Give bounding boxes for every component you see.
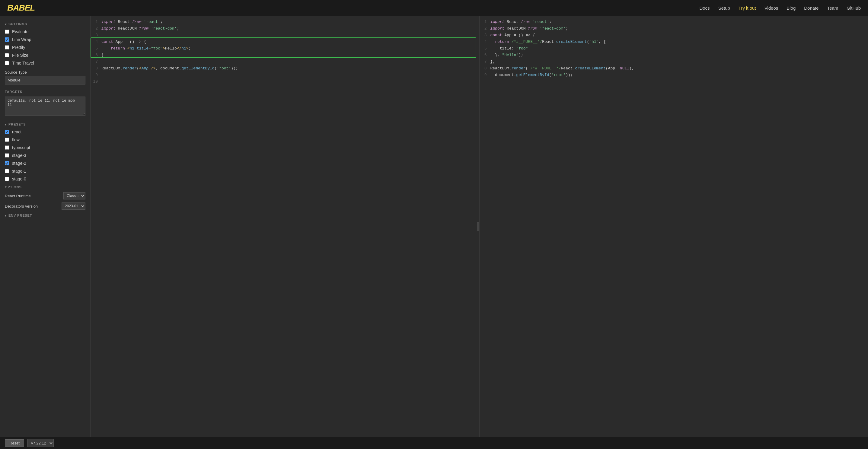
prettify-checkbox[interactable] — [5, 45, 9, 50]
preset-stage0-row[interactable]: stage-0 — [0, 175, 90, 183]
evaluate-label: Evaluate — [12, 29, 28, 34]
version-select[interactable]: v7.22.12 — [27, 439, 54, 447]
preset-stage2-row[interactable]: stage-2 — [0, 159, 90, 167]
preset-react-row[interactable]: react — [0, 128, 90, 136]
code-line: 5 title: "foo" — [479, 45, 868, 52]
decorators-version-select[interactable]: 2023-01 — [62, 202, 85, 210]
code-line: 4 return /*#__PURE__*/React.createElemen… — [479, 39, 868, 45]
react-runtime-row: React Runtime Classic — [0, 191, 90, 201]
file-size-label: File Size — [12, 53, 28, 58]
preset-flow-checkbox[interactable] — [5, 137, 9, 142]
main-layout: ▾ SETTINGS Evaluate Line Wrap Prettify F… — [0, 16, 868, 437]
preset-typescript-row[interactable]: typescript — [0, 143, 90, 152]
code-line: 9 document.getElementById('root')); — [479, 72, 868, 78]
code-line: 4 const App = () => { — [91, 39, 479, 45]
code-line: 5 return <h1 title="foo">Hello</h1>; — [91, 45, 479, 52]
file-size-row[interactable]: File Size — [0, 51, 90, 59]
preset-typescript-checkbox[interactable] — [5, 146, 9, 150]
preset-flow-row[interactable]: flow — [0, 136, 90, 143]
code-line: 10 — [91, 78, 479, 85]
targets-section-title: TARGETS — [0, 88, 90, 95]
code-line: 2 import ReactDOM from 'react-dom'; — [479, 25, 868, 32]
preset-stage3-row[interactable]: stage-3 — [0, 152, 90, 159]
evaluate-checkbox[interactable] — [5, 30, 9, 34]
decorators-version-label: Decorators version — [5, 204, 38, 209]
prettify-row[interactable]: Prettify — [0, 43, 90, 51]
footer-bar: Reset v7.22.12 — [0, 437, 868, 449]
code-line: 7 }; — [479, 59, 868, 65]
nav-team[interactable]: Team — [827, 5, 838, 10]
react-runtime-select[interactable]: Classic — [63, 192, 85, 199]
preset-react-label: react — [12, 129, 22, 134]
code-panels: 1 import React from 'react'; 2 import Re… — [91, 16, 868, 437]
nav-setup[interactable]: Setup — [718, 5, 730, 10]
preset-flow-label: flow — [12, 137, 20, 142]
nav-github[interactable]: GitHub — [846, 5, 861, 10]
settings-section-title: ▾ SETTINGS — [0, 20, 90, 28]
code-line: 8 ReactDOM.render( /*#__PURE__*/React.cr… — [479, 65, 868, 72]
settings-chevron: ▾ — [5, 23, 7, 26]
nav-donate[interactable]: Donate — [804, 5, 818, 10]
preset-stage1-checkbox[interactable] — [5, 169, 9, 173]
logo: BABEL — [7, 3, 35, 13]
code-line: 3 const App = () => { — [479, 32, 868, 39]
preset-stage0-checkbox[interactable] — [5, 177, 9, 181]
options-section-title: OPTIONS — [0, 183, 90, 191]
code-line: 6 } — [91, 52, 479, 59]
time-travel-checkbox[interactable] — [5, 61, 9, 65]
preset-react-checkbox[interactable] — [5, 130, 9, 134]
preset-stage3-checkbox[interactable] — [5, 153, 9, 158]
preset-typescript-label: typescript — [12, 145, 30, 150]
nav-videos[interactable]: Videos — [765, 5, 778, 10]
env-preset-chevron: ▾ — [5, 214, 7, 217]
code-line: 7 — [91, 59, 479, 65]
code-line: 3 — [91, 32, 479, 39]
time-travel-row[interactable]: Time Travel — [0, 59, 90, 67]
sidebar: ▾ SETTINGS Evaluate Line Wrap Prettify F… — [0, 16, 91, 437]
preset-stage2-checkbox[interactable] — [5, 161, 9, 165]
evaluate-row[interactable]: Evaluate — [0, 28, 90, 36]
nav-blog[interactable]: Blog — [786, 5, 796, 10]
code-line: 6 }, "Hello"); — [479, 52, 868, 59]
source-type-label: Source Type — [0, 67, 90, 76]
targets-textarea[interactable]: defaults, not ie 11, not ie_mob ll — [5, 97, 85, 116]
file-size-checkbox[interactable] — [5, 53, 9, 57]
main-nav: Docs Setup Try it out Videos Blog Donate… — [699, 5, 861, 10]
code-line: 9 — [91, 72, 479, 78]
time-travel-label: Time Travel — [12, 61, 34, 65]
source-type-select[interactable]: Module — [5, 76, 85, 85]
code-line: 1 import React from 'react'; — [91, 19, 479, 25]
env-preset-section-title: ▾ ENV PRESET — [0, 211, 90, 219]
decorators-version-row: Decorators version 2023-01 — [0, 201, 90, 211]
preset-stage1-row[interactable]: stage-1 — [0, 167, 90, 175]
line-wrap-label: Line Wrap — [12, 37, 31, 42]
preset-stage0-label: stage-0 — [12, 177, 26, 181]
input-panel[interactable]: 1 import React from 'react'; 2 import Re… — [91, 16, 479, 437]
output-panel: 1 import React from 'react'; 2 import Re… — [479, 16, 868, 437]
code-line: 8 ReactDOM.render(<App />, document.getE… — [91, 65, 479, 72]
code-line: 2 import ReactDOM from 'react-dom'; — [91, 25, 479, 32]
react-runtime-label: React Runtime — [5, 194, 31, 198]
nav-try-it-out[interactable]: Try it out — [739, 5, 756, 10]
line-wrap-checkbox[interactable] — [5, 37, 9, 42]
nav-docs[interactable]: Docs — [699, 5, 710, 10]
line-wrap-row[interactable]: Line Wrap — [0, 36, 90, 43]
prettify-label: Prettify — [12, 45, 25, 50]
reset-button[interactable]: Reset — [5, 439, 24, 447]
code-line: 1 import React from 'react'; — [479, 19, 868, 25]
preset-stage1-label: stage-1 — [12, 169, 26, 173]
preset-stage2-label: stage-2 — [12, 161, 26, 166]
presets-section-title: ▾ PRESETS — [0, 120, 90, 128]
presets-chevron: ▾ — [5, 123, 7, 126]
header: BABEL Docs Setup Try it out Videos Blog … — [0, 0, 868, 16]
collapse-button[interactable]: ‹ — [477, 222, 479, 230]
preset-stage3-label: stage-3 — [12, 153, 26, 158]
